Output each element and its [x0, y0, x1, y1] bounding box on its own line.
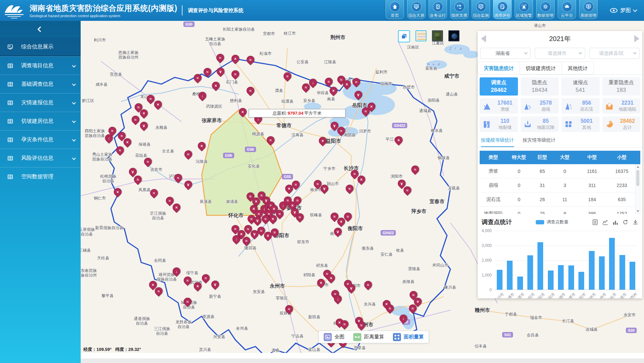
hazard-stat-崩塌[interactable]: 2578崩塌 — [521, 98, 559, 114]
measure-tool-面积量算[interactable]: 面积量算 — [393, 333, 424, 341]
hazard-stat-地面沉降[interactable]: 85地面沉降 — [521, 116, 559, 132]
place-label: 三穗县 — [81, 248, 91, 253]
bar-益阳市[interactable] — [578, 272, 584, 290]
basemap-street-thumbnail[interactable] — [415, 30, 427, 41]
bar-岳阳市[interactable] — [548, 270, 554, 290]
grid-icon — [7, 63, 17, 69]
sidebar-collapse-button[interactable] — [0, 21, 81, 38]
region-select-1[interactable]: 请选择市 — [535, 48, 585, 59]
bar-娄底市[interactable] — [619, 255, 625, 290]
bar-长沙市[interactable] — [497, 270, 502, 290]
tab-灾害隐患统计[interactable]: 灾害隐患统计 — [478, 62, 520, 74]
nav-tab-系统管理[interactable]: 系统管理 — [579, 0, 598, 19]
sidebar-item-孕灾条件信息[interactable]: 孕灾条件信息 — [0, 130, 81, 149]
bar-湘西州[interactable] — [630, 262, 635, 290]
tab-其他统计[interactable]: 其他统计 — [562, 62, 594, 74]
bar-怀化市[interactable] — [609, 238, 615, 290]
nav-tab-调查评价[interactable]: 调查评价 — [493, 0, 512, 19]
place-label: 五峰土家族 自治县 — [205, 37, 225, 46]
hazard-stat-滑坡[interactable]: 17601滑坡 — [480, 98, 518, 114]
table-header-cell: 大型 — [554, 154, 576, 160]
bar-邵阳市[interactable] — [537, 242, 543, 290]
sidebar-item-灾情速报信息[interactable]: 灾情速报信息 — [0, 93, 81, 112]
region-select-2[interactable]: 请选择县/区 — [589, 48, 640, 59]
hazard-glyph-icon: ≈ — [262, 215, 269, 222]
bar-chart-icon[interactable] — [612, 219, 618, 225]
scroll-down-arrow[interactable] — [637, 210, 639, 212]
refresh-icon[interactable] — [622, 219, 628, 225]
measure-tool-距离量算[interactable]: 距离量算 — [353, 333, 384, 341]
nav-tab-综合大屏[interactable]: 综合大屏 — [407, 0, 426, 19]
cursor-coordinates: 经度：109.59° 纬度：29.32° — [83, 347, 141, 353]
username: 梦图 — [620, 7, 631, 14]
hazard-stat-泥石流[interactable]: 856泥石流 — [561, 98, 600, 114]
table-row[interactable]: 崩塌03133112233 — [480, 178, 640, 192]
sidebar-item-风险评估信息[interactable]: 风险评估信息 — [0, 149, 81, 167]
hazard-glyph-icon: × — [395, 137, 402, 144]
hazard-stat-value: 17601 — [497, 100, 513, 106]
basemap-globe-thumbnail[interactable] — [448, 30, 459, 41]
bar-株洲市[interactable] — [507, 261, 513, 290]
subtab-按灾情等级统计[interactable]: 按灾情等级统计 — [523, 137, 556, 147]
basemap-satellite-thumbnail[interactable] — [432, 30, 443, 41]
measure-tool-全图[interactable]: 全图 — [324, 333, 345, 341]
stat-card-隐患点[interactable]: 隐患点18434 — [521, 77, 559, 96]
data-view-icon[interactable] — [592, 219, 598, 225]
hazard-glyph-icon: × — [198, 142, 205, 149]
user-menu[interactable]: 梦图 — [610, 7, 637, 14]
hazard-stat-地面塌陷[interactable]: 2231地面塌陷 — [602, 98, 641, 114]
hazard-stat-总计[interactable]: 28462总计 — [602, 116, 641, 132]
bar-郴州市[interactable] — [589, 251, 595, 290]
nav-tab-数据管理[interactable]: 数据管理 — [536, 0, 555, 19]
table-row[interactable]: 泥石流02611184635 — [480, 192, 640, 207]
stat-card-重要隐患点[interactable]: 重要隐患点183 — [602, 77, 641, 96]
hazard-stat-地裂缝[interactable]: 110地裂缝 — [480, 116, 518, 132]
year-next-button[interactable] — [631, 31, 642, 46]
sidebar-item-label: 切坡建房信息 — [21, 118, 53, 125]
bar-湘潭市[interactable] — [517, 277, 523, 290]
bar-永州市[interactable] — [599, 256, 605, 290]
hazard-glyph-icon: ↓ — [400, 315, 407, 322]
sidebar-item-基础调查信息[interactable]: 基础调查信息 — [0, 75, 81, 93]
legend-swatch[interactable] — [536, 220, 544, 224]
place-label: 江陵县 — [324, 60, 336, 65]
bar-常德市[interactable] — [558, 265, 564, 290]
x-axis-label: 永州市 — [596, 292, 607, 298]
table-cell: 395 — [576, 211, 608, 214]
line-chart-icon[interactable] — [602, 219, 608, 225]
gridline — [494, 275, 638, 276]
region-select-0[interactable]: 湖南省 — [480, 48, 531, 59]
nav-tab-综合监测[interactable]: 综合监测 — [472, 0, 490, 19]
place-label: 黔江区 — [82, 99, 94, 103]
nav-tab-区域预警[interactable]: 区域预警 — [515, 0, 533, 19]
hazard-glyph-icon: ≈ — [109, 127, 116, 134]
bar-张家界市[interactable] — [568, 265, 574, 290]
tab-切坡建房统计[interactable]: 切坡建房统计 — [520, 62, 562, 74]
scroll-up-arrow[interactable] — [637, 166, 639, 168]
place-label: 黎平县 — [102, 294, 114, 298]
subtab-按规模等级统计[interactable]: 按规模等级统计 — [481, 137, 514, 147]
sidebar-item-调查项目信息[interactable]: 调查项目信息 — [0, 56, 81, 75]
table-row[interactable]: 滑坡0650116116375 — [480, 164, 640, 178]
nav-tab-业务运行[interactable]: 业务运行 — [429, 0, 447, 19]
nav-tab-云平台[interactable]: 云平台 — [558, 0, 576, 19]
sidebar-item-综合信息展示[interactable]: 综合信息展示 — [0, 38, 81, 56]
stat-card-调查点[interactable]: 调查点28462 — [480, 77, 518, 96]
scroll-thumb[interactable] — [636, 170, 639, 186]
table-row[interactable]: 地面塌陷07593951752 — [480, 207, 640, 214]
bar-衡阳市[interactable] — [527, 255, 533, 290]
stat-card-速报点[interactable]: 速报点541 — [561, 77, 600, 96]
hazard-stat-其他[interactable]: 5001其他 — [561, 116, 600, 132]
nav-tab-首页[interactable]: 首页 — [386, 0, 404, 19]
year-prev-button[interactable] — [478, 31, 489, 46]
place-label: 石门县 — [226, 80, 238, 85]
sidebar-item-空间数据管理[interactable]: 空间数据管理 — [0, 167, 81, 186]
sidebar-item-切坡建房信息[interactable]: 切坡建房信息 — [0, 112, 81, 130]
app-subtitle: Geological hazard protection control app… — [30, 14, 177, 18]
place-label: 恩施土家族 苗族自治州 — [118, 50, 138, 60]
table-scrollbar[interactable] — [635, 164, 640, 214]
nav-tab-指挥支撑[interactable]: P指挥支撑 — [450, 0, 469, 19]
layers-button[interactable] — [398, 30, 410, 42]
download-icon[interactable] — [633, 219, 638, 225]
system-icon — [583, 2, 594, 12]
